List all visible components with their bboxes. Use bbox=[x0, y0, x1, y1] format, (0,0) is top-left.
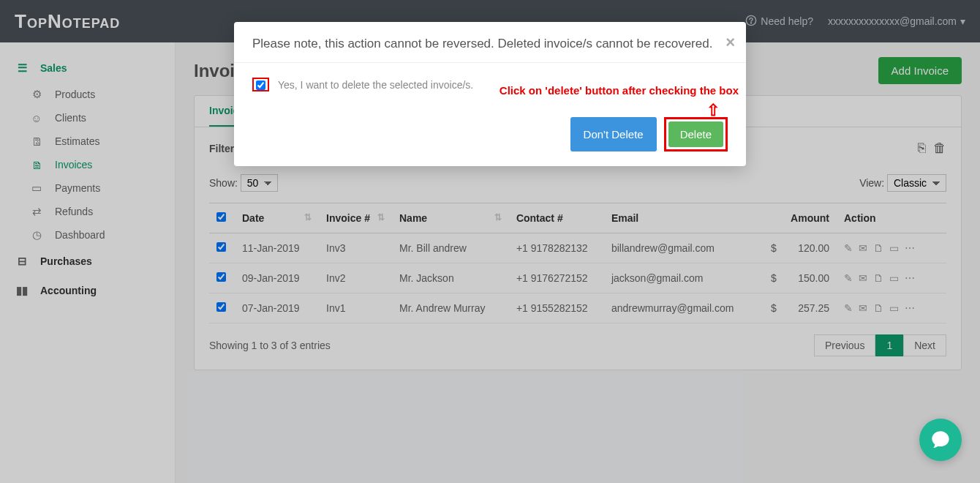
delete-confirm-modal: Please note, this action cannot be rever… bbox=[234, 22, 746, 166]
delete-button[interactable]: Delete bbox=[668, 121, 723, 147]
modal-message: Please note, this action cannot be rever… bbox=[252, 37, 712, 50]
modal-close-button[interactable]: × bbox=[725, 33, 735, 52]
annotation-text: Click on 'delete' button after checking … bbox=[500, 84, 739, 97]
confirm-label: Yes, I want to delete the selected invoi… bbox=[278, 79, 473, 91]
dont-delete-button[interactable]: Don't Delete bbox=[570, 117, 657, 151]
annotation-arrow-icon: ⇧ bbox=[706, 101, 720, 120]
confirm-delete-checkbox[interactable] bbox=[256, 80, 265, 90]
chat-widget-button[interactable] bbox=[919, 419, 962, 461]
modal-overlay: Please note, this action cannot be rever… bbox=[0, 0, 980, 483]
